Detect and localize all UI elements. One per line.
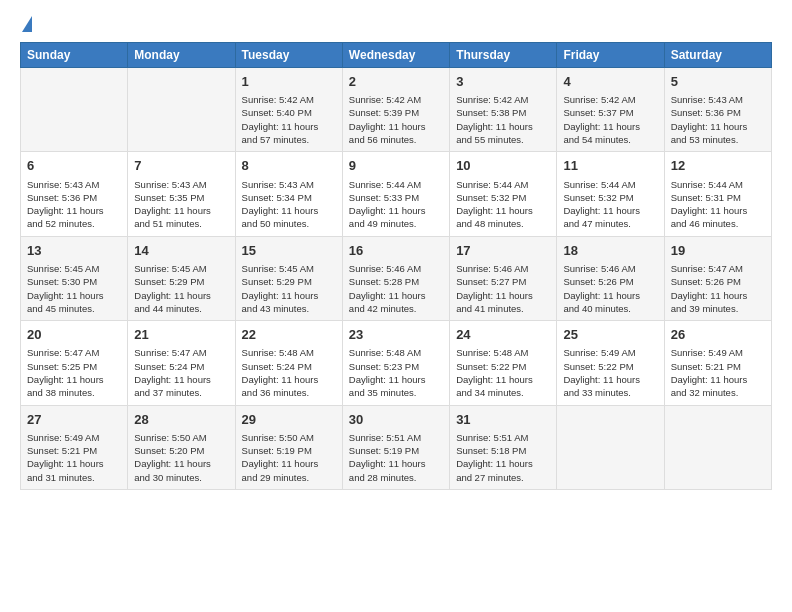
day-info-line: Sunset: 5:36 PM — [27, 192, 97, 203]
day-info-line: Sunset: 5:24 PM — [134, 361, 204, 372]
day-info-line: Daylight: 11 hours and 28 minutes. — [349, 458, 426, 482]
day-number: 31 — [456, 411, 550, 429]
day-info-line: Sunset: 5:33 PM — [349, 192, 419, 203]
header-day-sunday: Sunday — [21, 43, 128, 68]
day-info-line: Sunset: 5:23 PM — [349, 361, 419, 372]
day-info: Sunrise: 5:48 AMSunset: 5:22 PMDaylight:… — [456, 346, 550, 399]
day-info-line: Sunset: 5:28 PM — [349, 276, 419, 287]
day-info-line: Sunrise: 5:45 AM — [27, 263, 99, 274]
day-number: 7 — [134, 157, 228, 175]
calendar-cell: 12Sunrise: 5:44 AMSunset: 5:31 PMDayligh… — [664, 152, 771, 236]
calendar-cell: 8Sunrise: 5:43 AMSunset: 5:34 PMDaylight… — [235, 152, 342, 236]
day-info-line: Sunset: 5:19 PM — [242, 445, 312, 456]
day-number: 2 — [349, 73, 443, 91]
day-info-line: Daylight: 11 hours and 46 minutes. — [671, 205, 748, 229]
week-row-5: 27Sunrise: 5:49 AMSunset: 5:21 PMDayligh… — [21, 405, 772, 489]
day-info-line: Sunrise: 5:46 AM — [456, 263, 528, 274]
day-info-line: Sunrise: 5:44 AM — [563, 179, 635, 190]
day-info-line: Sunrise: 5:51 AM — [456, 432, 528, 443]
day-info: Sunrise: 5:46 AMSunset: 5:26 PMDaylight:… — [563, 262, 657, 315]
day-number: 29 — [242, 411, 336, 429]
day-info-line: Sunrise: 5:45 AM — [134, 263, 206, 274]
day-info-line: Sunset: 5:37 PM — [563, 107, 633, 118]
day-info: Sunrise: 5:45 AMSunset: 5:30 PMDaylight:… — [27, 262, 121, 315]
day-info: Sunrise: 5:48 AMSunset: 5:23 PMDaylight:… — [349, 346, 443, 399]
day-info-line: Sunset: 5:22 PM — [456, 361, 526, 372]
day-info: Sunrise: 5:47 AMSunset: 5:26 PMDaylight:… — [671, 262, 765, 315]
day-info-line: Sunrise: 5:51 AM — [349, 432, 421, 443]
calendar-table: SundayMondayTuesdayWednesdayThursdayFrid… — [20, 42, 772, 490]
day-info-line: Sunrise: 5:49 AM — [671, 347, 743, 358]
calendar-cell: 6Sunrise: 5:43 AMSunset: 5:36 PMDaylight… — [21, 152, 128, 236]
day-info-line: Daylight: 11 hours and 38 minutes. — [27, 374, 104, 398]
day-number: 23 — [349, 326, 443, 344]
calendar-cell: 13Sunrise: 5:45 AMSunset: 5:30 PMDayligh… — [21, 236, 128, 320]
header-day-thursday: Thursday — [450, 43, 557, 68]
calendar-cell: 10Sunrise: 5:44 AMSunset: 5:32 PMDayligh… — [450, 152, 557, 236]
day-number: 22 — [242, 326, 336, 344]
day-info-line: Daylight: 11 hours and 30 minutes. — [134, 458, 211, 482]
day-info-line: Sunset: 5:32 PM — [563, 192, 633, 203]
day-info-line: Sunset: 5:29 PM — [242, 276, 312, 287]
day-info: Sunrise: 5:45 AMSunset: 5:29 PMDaylight:… — [134, 262, 228, 315]
calendar-cell: 15Sunrise: 5:45 AMSunset: 5:29 PMDayligh… — [235, 236, 342, 320]
calendar-cell — [664, 405, 771, 489]
day-info-line: Daylight: 11 hours and 42 minutes. — [349, 290, 426, 314]
day-info: Sunrise: 5:43 AMSunset: 5:36 PMDaylight:… — [671, 93, 765, 146]
day-info-line: Sunrise: 5:49 AM — [563, 347, 635, 358]
day-info-line: Sunrise: 5:47 AM — [134, 347, 206, 358]
day-info-line: Daylight: 11 hours and 41 minutes. — [456, 290, 533, 314]
week-row-2: 6Sunrise: 5:43 AMSunset: 5:36 PMDaylight… — [21, 152, 772, 236]
day-info-line: Sunset: 5:40 PM — [242, 107, 312, 118]
day-number: 10 — [456, 157, 550, 175]
day-info: Sunrise: 5:50 AMSunset: 5:19 PMDaylight:… — [242, 431, 336, 484]
day-info: Sunrise: 5:42 AMSunset: 5:40 PMDaylight:… — [242, 93, 336, 146]
day-info: Sunrise: 5:47 AMSunset: 5:25 PMDaylight:… — [27, 346, 121, 399]
logo — [20, 16, 32, 34]
day-info-line: Sunset: 5:30 PM — [27, 276, 97, 287]
day-info-line: Sunrise: 5:42 AM — [456, 94, 528, 105]
calendar-cell: 11Sunrise: 5:44 AMSunset: 5:32 PMDayligh… — [557, 152, 664, 236]
day-info: Sunrise: 5:42 AMSunset: 5:37 PMDaylight:… — [563, 93, 657, 146]
day-info: Sunrise: 5:49 AMSunset: 5:22 PMDaylight:… — [563, 346, 657, 399]
day-info-line: Daylight: 11 hours and 50 minutes. — [242, 205, 319, 229]
page-header — [20, 16, 772, 34]
calendar-cell: 17Sunrise: 5:46 AMSunset: 5:27 PMDayligh… — [450, 236, 557, 320]
calendar-cell: 20Sunrise: 5:47 AMSunset: 5:25 PMDayligh… — [21, 321, 128, 405]
day-number: 3 — [456, 73, 550, 91]
day-number: 13 — [27, 242, 121, 260]
day-number: 30 — [349, 411, 443, 429]
logo-triangle-icon — [22, 16, 32, 32]
page-container: SundayMondayTuesdayWednesdayThursdayFrid… — [0, 0, 792, 510]
day-info: Sunrise: 5:50 AMSunset: 5:20 PMDaylight:… — [134, 431, 228, 484]
calendar-cell: 9Sunrise: 5:44 AMSunset: 5:33 PMDaylight… — [342, 152, 449, 236]
header-day-tuesday: Tuesday — [235, 43, 342, 68]
day-info: Sunrise: 5:43 AMSunset: 5:34 PMDaylight:… — [242, 178, 336, 231]
day-info: Sunrise: 5:49 AMSunset: 5:21 PMDaylight:… — [27, 431, 121, 484]
day-info: Sunrise: 5:42 AMSunset: 5:38 PMDaylight:… — [456, 93, 550, 146]
day-info-line: Daylight: 11 hours and 57 minutes. — [242, 121, 319, 145]
day-number: 28 — [134, 411, 228, 429]
day-info-line: Daylight: 11 hours and 49 minutes. — [349, 205, 426, 229]
calendar-cell: 31Sunrise: 5:51 AMSunset: 5:18 PMDayligh… — [450, 405, 557, 489]
day-info-line: Daylight: 11 hours and 32 minutes. — [671, 374, 748, 398]
day-info-line: Sunrise: 5:45 AM — [242, 263, 314, 274]
calendar-cell: 14Sunrise: 5:45 AMSunset: 5:29 PMDayligh… — [128, 236, 235, 320]
day-info: Sunrise: 5:44 AMSunset: 5:31 PMDaylight:… — [671, 178, 765, 231]
day-info-line: Sunrise: 5:43 AM — [27, 179, 99, 190]
day-info-line: Daylight: 11 hours and 39 minutes. — [671, 290, 748, 314]
day-info: Sunrise: 5:46 AMSunset: 5:27 PMDaylight:… — [456, 262, 550, 315]
header-day-monday: Monday — [128, 43, 235, 68]
day-info-line: Sunrise: 5:43 AM — [242, 179, 314, 190]
day-info: Sunrise: 5:44 AMSunset: 5:32 PMDaylight:… — [456, 178, 550, 231]
day-info-line: Sunrise: 5:42 AM — [563, 94, 635, 105]
day-info-line: Sunrise: 5:48 AM — [349, 347, 421, 358]
day-info: Sunrise: 5:48 AMSunset: 5:24 PMDaylight:… — [242, 346, 336, 399]
day-info-line: Sunset: 5:25 PM — [27, 361, 97, 372]
day-info-line: Daylight: 11 hours and 52 minutes. — [27, 205, 104, 229]
header-row: SundayMondayTuesdayWednesdayThursdayFrid… — [21, 43, 772, 68]
day-info: Sunrise: 5:43 AMSunset: 5:36 PMDaylight:… — [27, 178, 121, 231]
calendar-cell: 2Sunrise: 5:42 AMSunset: 5:39 PMDaylight… — [342, 68, 449, 152]
day-info-line: Daylight: 11 hours and 54 minutes. — [563, 121, 640, 145]
day-number: 18 — [563, 242, 657, 260]
